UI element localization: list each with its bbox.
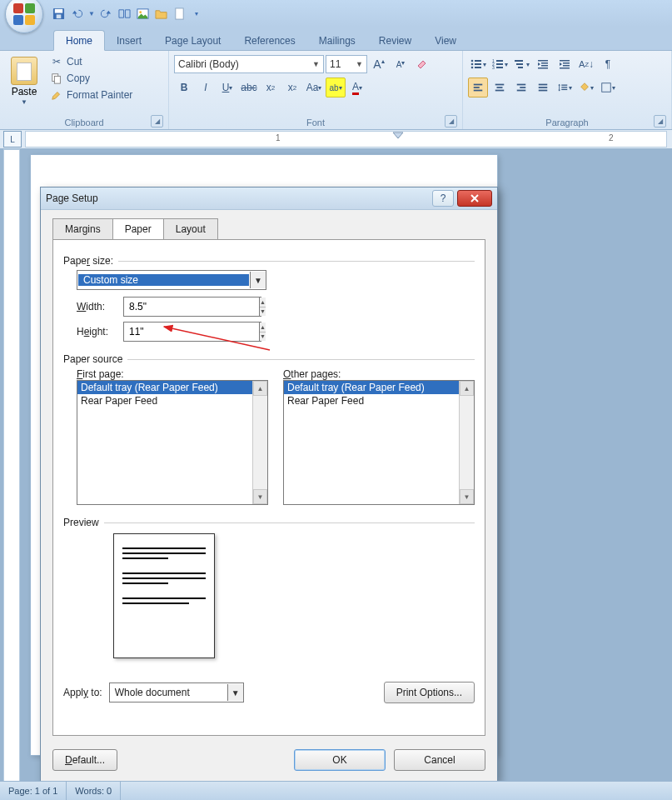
italic-button[interactable]: I (196, 78, 216, 98)
scroll-up-icon[interactable]: ▲ (460, 381, 474, 396)
copy-button[interactable]: Copy (50, 71, 132, 86)
decrease-indent-button[interactable] (533, 54, 553, 74)
paste-dropdown-icon[interactable]: ▼ (21, 98, 27, 106)
print-options-button[interactable]: Print Options... (384, 682, 475, 703)
status-bar: Page: 1 of 1 Words: 0 (0, 781, 672, 800)
tab-review[interactable]: Review (367, 31, 423, 50)
preview-thumbnail (113, 533, 215, 658)
scrollbar[interactable]: ▲ ▼ (459, 381, 474, 504)
subscript-button[interactable]: x2 (261, 78, 281, 98)
cancel-button[interactable]: Cancel (394, 749, 485, 771)
font-name-combo[interactable]: Calibri (Body) ▼ (174, 55, 324, 73)
list-item[interactable]: Rear Paper Feed (284, 394, 459, 408)
tab-page-layout[interactable]: Page Layout (153, 31, 232, 50)
svg-rect-15 (496, 60, 503, 62)
scroll-down-icon[interactable]: ▼ (460, 489, 474, 504)
font-size-combo[interactable]: 11 ▼ (326, 55, 367, 73)
apply-to-dropdown[interactable]: Whole document ▼ (109, 682, 244, 702)
multilevel-list-button[interactable]: ▾ (511, 54, 531, 74)
spin-up-icon[interactable]: ▲ (260, 298, 266, 308)
scroll-up-icon[interactable]: ▲ (253, 381, 267, 396)
redo-icon[interactable] (100, 7, 113, 20)
indent-marker-icon[interactable] (392, 132, 404, 147)
justify-button[interactable] (533, 78, 553, 98)
change-case-button[interactable]: Aa▾ (304, 78, 324, 98)
tab-view[interactable]: View (423, 31, 468, 50)
tab-insert[interactable]: Insert (105, 31, 153, 50)
scroll-down-icon[interactable]: ▼ (253, 489, 267, 504)
paste-icon (11, 57, 37, 85)
font-dialog-launcher[interactable]: ◢ (445, 115, 457, 128)
paper-size-dropdown[interactable]: Custom size ▼ (77, 270, 266, 290)
increase-indent-button[interactable] (555, 54, 575, 74)
horizontal-ruler[interactable]: 1 2 (25, 131, 667, 148)
qat-customize-icon[interactable]: ▾ (195, 10, 198, 18)
align-right-button[interactable] (511, 78, 531, 98)
tab-paper[interactable]: Paper (112, 218, 164, 239)
clipboard-dialog-launcher[interactable]: ◢ (151, 115, 163, 128)
list-item[interactable]: Rear Paper Feed (77, 394, 252, 408)
underline-button[interactable]: U▾ (217, 78, 237, 98)
new-document-icon[interactable] (173, 7, 187, 20)
align-left-button[interactable] (468, 78, 488, 98)
sort-button[interactable]: AZ↓ (576, 54, 596, 74)
spin-down-icon[interactable]: ▼ (260, 332, 266, 342)
undo-dropdown-icon[interactable]: ▼ (88, 10, 95, 18)
first-page-listbox[interactable]: Default tray (Rear Paper Feed) Rear Pape… (77, 380, 268, 505)
shading-button[interactable]: ▾ (576, 78, 596, 98)
format-painter-button[interactable]: Format Painter (50, 88, 132, 102)
tab-selector[interactable]: L (3, 131, 22, 148)
borders-button[interactable]: ▾ (598, 78, 618, 98)
other-pages-listbox[interactable]: Default tray (Rear Paper Feed) Rear Pape… (283, 380, 475, 505)
picture-icon[interactable] (137, 7, 150, 20)
dialog-title-bar[interactable]: Page Setup ? (41, 188, 497, 210)
tab-margins[interactable]: Margins (52, 218, 113, 239)
status-page[interactable]: Page: 1 of 1 (0, 782, 67, 800)
width-spinner[interactable]: ▲ ▼ (123, 297, 261, 317)
spin-down-icon[interactable]: ▼ (260, 308, 266, 317)
clear-formatting-button[interactable] (412, 54, 432, 74)
numbering-button[interactable]: 123▾ (490, 54, 510, 74)
bold-button[interactable]: B (174, 78, 194, 98)
highlight-button[interactable]: ab▾ (326, 78, 346, 98)
dialog-button-row: Default... OK Cancel (41, 742, 497, 781)
tab-references[interactable]: References (232, 31, 306, 50)
open-book-icon[interactable] (118, 7, 132, 20)
status-words[interactable]: Words: 0 (67, 782, 121, 800)
scrollbar[interactable]: ▲ ▼ (252, 381, 267, 504)
list-item[interactable]: Default tray (Rear Paper Feed) (77, 381, 252, 394)
align-center-button[interactable] (490, 78, 510, 98)
height-input[interactable] (124, 322, 259, 341)
svg-rect-2 (56, 14, 61, 18)
office-logo-icon (13, 3, 35, 25)
ruler-bar: L 1 2 (0, 130, 672, 149)
list-item[interactable]: Default tray (Rear Paper Feed) (284, 381, 459, 394)
width-input[interactable] (124, 298, 259, 316)
tab-mailings[interactable]: Mailings (307, 31, 367, 50)
spin-up-icon[interactable]: ▲ (260, 322, 266, 332)
cut-button[interactable]: ✂ Cut (50, 54, 132, 69)
show-hide-button[interactable]: ¶ (598, 54, 618, 74)
save-icon[interactable] (52, 7, 65, 20)
height-spinner[interactable]: ▲ ▼ (123, 322, 261, 342)
font-color-button[interactable]: A▾ (347, 78, 367, 98)
tab-home[interactable]: Home (53, 30, 105, 51)
grow-font-button[interactable]: A▴ (369, 54, 389, 74)
undo-icon[interactable] (70, 7, 83, 20)
bullets-button[interactable]: ▾ (468, 54, 488, 74)
svg-rect-1 (54, 8, 62, 12)
paste-button[interactable]: Paste ▼ (5, 54, 43, 108)
tab-layout[interactable]: Layout (163, 218, 218, 239)
superscript-button[interactable]: x2 (282, 78, 302, 98)
ok-button[interactable]: OK (294, 749, 386, 771)
line-spacing-button[interactable]: ▾ (555, 78, 575, 98)
open-folder-icon[interactable] (155, 7, 168, 20)
shrink-font-button[interactable]: A▾ (391, 54, 411, 74)
vertical-ruler[interactable] (3, 149, 20, 782)
default-button[interactable]: Default... (52, 749, 117, 771)
help-button[interactable]: ? (432, 190, 454, 207)
svg-rect-37 (517, 84, 526, 86)
paragraph-dialog-launcher[interactable]: ◢ (654, 115, 666, 128)
close-button[interactable] (457, 190, 492, 207)
strikethrough-button[interactable]: abc (239, 78, 259, 98)
